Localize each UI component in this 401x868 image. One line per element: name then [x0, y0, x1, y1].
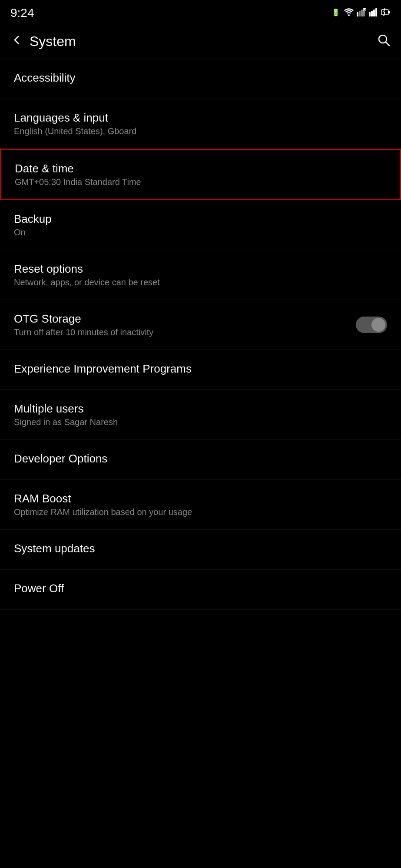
signal-x-icon — [357, 8, 366, 19]
bluetooth-battery-icon: 🔋 — [331, 8, 341, 19]
ram-boost-subtitle: Optimize RAM utilization based on your u… — [14, 507, 387, 517]
page-title: System — [30, 33, 76, 50]
toggle-knob — [371, 318, 385, 332]
svg-rect-11 — [375, 8, 377, 17]
battery-charging-icon — [381, 8, 391, 19]
experience-improvement-title: Experience Improvement Programs — [14, 362, 387, 376]
svg-rect-13 — [388, 11, 390, 13]
otg-storage-toggle[interactable] — [356, 317, 387, 333]
otg-storage-text: OTG Storage Turn off after 10 minutes of… — [14, 312, 356, 337]
settings-item-backup[interactable]: Backup On — [0, 200, 401, 250]
backup-subtitle: On — [14, 228, 387, 238]
svg-rect-3 — [359, 11, 361, 17]
date-time-title: Date & time — [15, 162, 386, 175]
settings-item-developer-options[interactable]: Developer Options — [0, 440, 401, 480]
status-icons: 🔋 — [331, 8, 391, 19]
svg-rect-9 — [371, 11, 373, 17]
status-time: 9:24 — [10, 6, 34, 20]
app-bar: System — [0, 24, 401, 59]
settings-item-date-time[interactable]: Date & time GMT+05:30 India Standard Tim… — [0, 149, 401, 200]
wifi-icon — [344, 8, 354, 19]
app-bar-left: System — [10, 33, 76, 50]
languages-input-subtitle: English (United States), Gboard — [14, 126, 387, 136]
settings-item-system-updates[interactable]: System updates — [0, 530, 401, 570]
settings-item-ram-boost[interactable]: RAM Boost Optimize RAM utilization based… — [0, 480, 401, 530]
signal-icon — [369, 8, 378, 19]
svg-rect-4 — [361, 10, 363, 17]
svg-rect-2 — [357, 12, 358, 17]
status-bar: 9:24 🔋 — [0, 0, 401, 24]
system-updates-title: System updates — [14, 542, 387, 555]
search-button[interactable] — [377, 33, 391, 50]
otg-storage-subtitle: Turn off after 10 minutes of inactivity — [14, 327, 356, 337]
settings-item-experience-improvement[interactable]: Experience Improvement Programs — [0, 350, 401, 390]
languages-input-title: Languages & input — [14, 111, 387, 125]
settings-item-multiple-users[interactable]: Multiple users Signed in as Sagar Naresh — [0, 390, 401, 440]
multiple-users-subtitle: Signed in as Sagar Naresh — [14, 417, 387, 427]
reset-options-title: Reset options — [14, 262, 387, 276]
svg-point-1 — [348, 14, 350, 16]
ram-boost-title: RAM Boost — [14, 492, 387, 505]
settings-item-languages-input[interactable]: Languages & input English (United States… — [0, 99, 401, 149]
settings-list: Accessibility Languages & input English … — [0, 59, 401, 610]
settings-item-reset-options[interactable]: Reset options Network, apps, or device c… — [0, 250, 401, 300]
svg-rect-8 — [369, 12, 371, 17]
settings-item-accessibility[interactable]: Accessibility — [0, 59, 401, 99]
power-off-title: Power Off — [14, 582, 387, 595]
otg-storage-title: OTG Storage — [14, 312, 356, 326]
svg-line-16 — [384, 12, 385, 16]
settings-item-otg-storage[interactable]: OTG Storage Turn off after 10 minutes of… — [0, 300, 401, 350]
settings-item-power-off[interactable]: Power Off — [0, 570, 401, 610]
svg-text:🔋: 🔋 — [331, 8, 340, 17]
svg-line-18 — [386, 42, 389, 46]
svg-rect-10 — [373, 10, 375, 17]
back-button[interactable] — [10, 34, 23, 49]
svg-line-14 — [384, 8, 385, 12]
accessibility-title: Accessibility — [14, 71, 387, 85]
backup-title: Backup — [14, 212, 387, 226]
date-time-subtitle: GMT+05:30 India Standard Time — [15, 177, 386, 187]
otg-storage-row: OTG Storage Turn off after 10 minutes of… — [14, 312, 387, 337]
reset-options-subtitle: Network, apps, or device can be reset — [14, 277, 387, 287]
developer-options-title: Developer Options — [14, 452, 387, 465]
multiple-users-title: Multiple users — [14, 402, 387, 416]
